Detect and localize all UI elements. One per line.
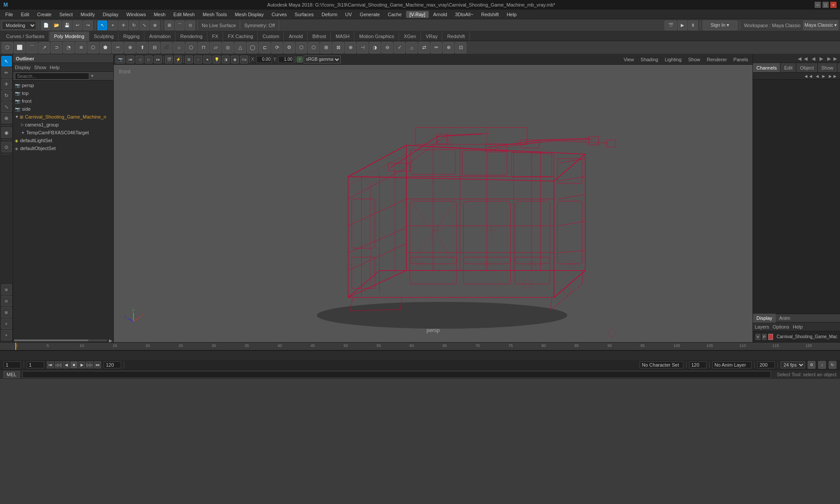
shelf-cleanup[interactable]: ✓ xyxy=(394,42,405,53)
vp-wireframe-btn[interactable]: ⊞ xyxy=(185,56,193,63)
vp-menu-view[interactable]: View xyxy=(621,57,637,62)
menu-mesh[interactable]: Mesh xyxy=(150,11,169,18)
menu-deform[interactable]: Deform xyxy=(318,11,341,18)
vp-shaded-btn[interactable]: ● xyxy=(203,56,211,63)
menu-vray[interactable]: [V-Ray] xyxy=(406,11,429,18)
paint-select-button[interactable]: ✏ xyxy=(1,67,12,78)
vp-shadow-btn[interactable]: ◑ xyxy=(222,56,230,63)
vp-menu-renderer[interactable]: Renderer xyxy=(704,57,730,62)
layer-tab-anim[interactable]: Anim xyxy=(776,314,794,322)
coord-y-input[interactable] xyxy=(278,56,294,63)
outliner-item-lightset[interactable]: ◈ defaultLightSet xyxy=(13,136,113,144)
outliner-item-top[interactable]: 📷 top xyxy=(13,89,113,97)
layer-panel-button-5[interactable]: ≡ xyxy=(1,330,12,340)
vp-light-btn[interactable]: 💡 xyxy=(213,56,220,63)
pause-button[interactable]: ⏸ xyxy=(688,21,698,30)
viewport-canvas[interactable]: .wire { stroke: #cc0033; stroke-width: 0… xyxy=(114,65,752,342)
shelf-ngon[interactable]: ⬠ xyxy=(88,42,99,53)
ch-arrow-next[interactable]: ► xyxy=(818,55,824,62)
play-forward-button[interactable]: ▶ xyxy=(78,361,85,368)
outliner-item-carnival[interactable]: ▼ ⊞ Carnival_Shooting_Game_Machine_n xyxy=(13,113,113,121)
vp-step-fwd[interactable]: ▷ xyxy=(145,56,153,63)
shelf-loop[interactable]: ⊃ xyxy=(51,42,62,53)
vp-prev-frame[interactable]: ⏮ xyxy=(126,56,134,63)
workspace-mode-select[interactable]: Modeling Rigging Animation FX xyxy=(2,21,36,30)
vp-smooth-btn[interactable]: ○ xyxy=(194,56,202,63)
vp-render-btn[interactable]: 🎬 xyxy=(165,56,173,63)
menu-modify[interactable]: Modify xyxy=(77,11,98,18)
play-back-button[interactable]: ◀ xyxy=(63,361,70,368)
menu-windows[interactable]: Windows xyxy=(123,11,150,18)
shelf-conform[interactable]: ⌂ xyxy=(406,42,417,53)
outliner-menu-display[interactable]: Display xyxy=(15,65,31,70)
ch-arrow-left[interactable]: ◄◄ xyxy=(797,55,809,62)
shelf-helix[interactable]: ⟳ xyxy=(271,42,283,53)
rotate-button[interactable]: ↻ xyxy=(1,90,12,101)
max-frames-input[interactable] xyxy=(757,361,775,368)
menu-arnold[interactable]: Arnold xyxy=(430,11,451,18)
save-scene-button[interactable]: 💾 xyxy=(62,21,72,30)
audio-button[interactable]: ♪ xyxy=(818,361,826,369)
vp-menu-panels[interactable]: Panels xyxy=(731,57,751,62)
vp-aa-btn[interactable]: Aa xyxy=(240,56,248,63)
minimize-button[interactable]: − xyxy=(815,2,821,8)
menu-surfaces[interactable]: Surfaces xyxy=(291,11,317,18)
tab-show[interactable]: Show xyxy=(818,63,837,72)
menu-uv[interactable]: UV xyxy=(342,11,355,18)
menu-curves[interactable]: Curves xyxy=(268,11,290,18)
coord-x-input[interactable] xyxy=(256,56,272,63)
attr-ctrl-left[interactable]: ◄◄ xyxy=(804,74,813,79)
shelf-disk[interactable]: ◯ xyxy=(247,42,258,53)
tab-animation[interactable]: Animation xyxy=(145,32,175,41)
attr-ctrl-prev[interactable]: ◄ xyxy=(815,74,819,79)
soft-select-button[interactable]: ◉ xyxy=(1,127,12,138)
shelf-assign[interactable]: ⊡ xyxy=(455,42,466,53)
goto-end-button[interactable]: ⏭ xyxy=(94,361,101,368)
shelf-cone[interactable]: △ xyxy=(234,42,246,53)
layer-menu-options[interactable]: Options xyxy=(773,324,789,329)
layer-panel-button-2[interactable]: ⊟ xyxy=(1,296,12,306)
menu-redshift[interactable]: Redshift xyxy=(478,11,502,18)
universal-tool-button[interactable]: ⊕ xyxy=(150,21,160,30)
tab-vray[interactable]: VRay xyxy=(421,32,442,41)
snap-grid-button[interactable]: ⊞ xyxy=(164,21,174,30)
snap-curve-button[interactable]: ⌒ xyxy=(175,21,185,30)
shelf-plane[interactable]: ▱ xyxy=(210,42,221,53)
tab-fx[interactable]: FX xyxy=(208,32,223,41)
playback-options-button[interactable]: ⚙ xyxy=(808,361,816,369)
outliner-item-persp[interactable]: 📷 persp xyxy=(13,81,113,89)
redo-button[interactable]: ↪ xyxy=(83,21,93,30)
shelf-transfer[interactable]: ⇄ xyxy=(418,42,430,53)
vp-gamma-check[interactable]: ✓ xyxy=(297,56,303,63)
range-start-input[interactable] xyxy=(27,361,44,368)
shelf-curve[interactable]: ⌒ xyxy=(26,42,38,53)
step-forward-button[interactable]: ▷▷ xyxy=(86,361,93,368)
scale-tool-button[interactable]: ⤡ xyxy=(140,21,149,30)
no-anim-layer-label[interactable]: No Anim Layer xyxy=(712,361,752,368)
shelf-mirror[interactable]: ⊣ xyxy=(357,42,368,53)
shelf-reduce[interactable]: ⊖ xyxy=(382,42,393,53)
move-tool-button[interactable]: ✛ xyxy=(119,21,128,30)
outliner-menu-show[interactable]: Show xyxy=(34,65,46,70)
vp-menu-lighting[interactable]: Lighting xyxy=(662,57,684,62)
shelf-combine[interactable]: ⊞ xyxy=(320,42,332,53)
loop-button[interactable]: ↻ xyxy=(829,361,836,369)
tab-poly-modeling[interactable]: Poly Modeling xyxy=(49,32,89,41)
new-scene-button[interactable]: 📄 xyxy=(41,21,51,30)
menu-select[interactable]: Select xyxy=(56,11,77,18)
shelf-torus[interactable]: ◎ xyxy=(222,42,234,53)
render-seq-button[interactable]: ▶ xyxy=(678,21,687,30)
tab-channels[interactable]: Channels xyxy=(753,63,780,72)
menu-create[interactable]: Create xyxy=(34,11,55,18)
tab-custom[interactable]: Custom xyxy=(258,32,284,41)
sign-in-button[interactable]: Sign In ▾ xyxy=(703,21,738,30)
vp-menu-shading[interactable]: Shading xyxy=(638,57,661,62)
render-button[interactable]: 🎬 xyxy=(665,21,677,30)
vp-gamma-select[interactable]: sRGB gamma xyxy=(304,56,341,63)
scale-button[interactable]: ⤡ xyxy=(1,102,12,112)
attr-ctrl-right[interactable]: ►► xyxy=(828,74,837,79)
layer-panel-button-4[interactable]: ≡ xyxy=(1,318,12,329)
tab-rendering[interactable]: Rendering xyxy=(176,32,207,41)
no-character-set-label[interactable]: No Character Set xyxy=(640,361,683,368)
outliner-item-front[interactable]: 📷 front xyxy=(13,97,113,105)
